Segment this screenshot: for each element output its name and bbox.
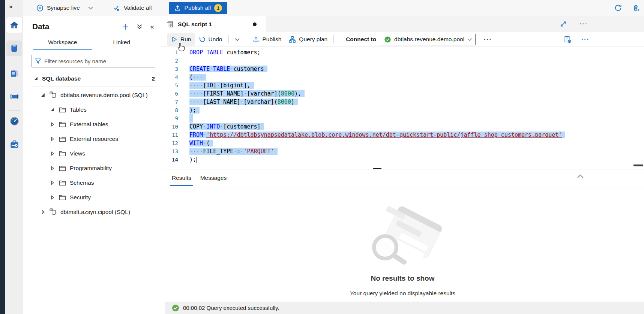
environment-selector[interactable]: Synapse live (36, 4, 93, 12)
tab-more-icon[interactable]: ··· (579, 21, 588, 27)
left-edge-strip (0, 0, 5, 314)
no-results-illustration (356, 203, 450, 271)
expand-all-icon[interactable] (137, 24, 143, 30)
expand-rail-button[interactable]: » (9, 3, 12, 10)
refresh-icon[interactable] (614, 4, 622, 12)
line-number: 10 (161, 123, 189, 131)
sidebar-item-home[interactable] (6, 17, 22, 33)
line-number: 5 (161, 81, 189, 90)
tree-item-label: External tables (70, 121, 108, 128)
expand-arrow-icon[interactable] (50, 122, 55, 127)
tree-item-security[interactable]: Security (23, 190, 161, 205)
code-line-14[interactable]: 14); (161, 156, 644, 164)
expand-arrow-icon[interactable] (50, 151, 55, 156)
results-empty-state: No results to show Your query yielded no… (161, 187, 644, 302)
code-line-5[interactable]: 5····[ID]·[bigint], (161, 81, 644, 90)
tree-item-label: dbtlabs.revenue.demo.pool (SQL) (60, 92, 148, 99)
tree-item-label: Tables (70, 106, 87, 113)
code-area: 1DROP TABLE customers;23CREATE·TABLE·cus… (161, 47, 644, 164)
properties-icon[interactable] (564, 36, 572, 43)
query-plan-button[interactable]: Query plan (285, 33, 331, 46)
expand-arrow-icon[interactable] (50, 195, 55, 200)
validate-all-button[interactable]: Validate all (113, 4, 152, 12)
collapse-arrow-icon[interactable] (50, 108, 55, 112)
tree-item-tables[interactable]: Tables (23, 102, 161, 117)
expand-arrow-icon[interactable] (40, 210, 45, 214)
add-icon[interactable] (122, 23, 129, 30)
tree-item-programmability[interactable]: Programmability (23, 161, 161, 175)
code-line-10[interactable]: 10COPY·INTO·[customers] (161, 123, 644, 131)
publish-count-badge: 1 (214, 4, 222, 12)
database-icon (9, 43, 19, 53)
expand-arrow-icon[interactable] (50, 166, 55, 170)
publish-all-button[interactable]: Publish all 1 (169, 2, 227, 14)
toolbox-icon (9, 139, 20, 150)
tree-item-external-resources[interactable]: External resources (23, 132, 161, 146)
tab-results[interactable]: Results (170, 170, 193, 186)
sidebar-item-manage[interactable] (6, 136, 22, 152)
delete-icon[interactable] (632, 4, 640, 12)
collapse-arrow-icon[interactable] (33, 76, 38, 81)
line-content: ); (189, 106, 200, 114)
panel-title: Data (32, 22, 50, 31)
folder-icon (59, 151, 66, 157)
code-line-4[interactable]: 4(··· (161, 73, 644, 81)
tab-messages[interactable]: Messages (199, 170, 228, 186)
document-tab-bar: SQL script 1 ··· (161, 16, 644, 32)
expand-arrow-icon[interactable] (50, 137, 55, 141)
code-line-8[interactable]: 8); (161, 106, 644, 114)
folder-icon (59, 121, 66, 127)
line-number: 1 (161, 48, 189, 57)
tab-workspace[interactable]: Workspace (33, 36, 92, 50)
filter-input-box (32, 55, 155, 67)
sidebar-item-monitor[interactable] (6, 113, 22, 129)
expand-editor-icon[interactable] (560, 21, 567, 27)
tree-item-external-tables[interactable]: External tables (23, 117, 161, 132)
tree-item-views[interactable]: Views (23, 146, 161, 161)
tree-item-label: Views (70, 150, 85, 157)
line-content: DROP TABLE customers; (189, 48, 261, 57)
code-line-12[interactable]: 12WITH·( (161, 139, 644, 147)
pool-selector-dropdown[interactable]: dbtlabs.revenue.demo.pool (381, 34, 476, 45)
sidebar-item-develop[interactable] (6, 65, 22, 81)
run-button[interactable]: Run (167, 33, 195, 46)
publish-button[interactable]: Publish (249, 33, 285, 46)
tree-item-label: External resources (70, 136, 118, 142)
editor-main-area: SQL script 1 ··· Run Undo (161, 16, 644, 314)
text-caret (197, 157, 197, 163)
tree-item-dbtlabs-revenue-demo-pool-sql[interactable]: dbtlabs.revenue.demo.pool (SQL) (23, 88, 161, 102)
environment-label: Synapse live (47, 4, 80, 11)
collapse-results-icon[interactable] (577, 174, 584, 179)
chevron-down-icon (88, 6, 93, 10)
code-line-3[interactable]: 3CREATE·TABLE·customers (161, 65, 644, 73)
code-line-13[interactable]: 13····FILE_TYPE·=·'PARQUET' (161, 147, 644, 156)
filter-resources-input[interactable] (44, 58, 152, 64)
code-line-1[interactable]: 1DROP TABLE customers; (161, 48, 644, 57)
code-line-2[interactable]: 2 (161, 57, 644, 65)
undo-button[interactable]: Undo (195, 33, 226, 46)
tree-item-dbtmsft-azsyn-cipool-sql[interactable]: dbtmsft.azsyn.cipool (SQL) (23, 205, 161, 219)
collapse-arrow-icon[interactable] (40, 93, 45, 97)
code-line-7[interactable]: 7····[LAST_NAME]·[varchar](8000) (161, 98, 644, 106)
sql-code-editor[interactable]: 1DROP TABLE customers;23CREATE·TABLE·cus… (161, 47, 644, 169)
scrollbar-thumb[interactable] (633, 164, 643, 166)
sidebar-item-integrate[interactable] (6, 88, 22, 104)
editor-more-icon[interactable]: ··· (581, 36, 590, 43)
code-line-6[interactable]: 6····[FIRST_NAME]·[varchar](8000), (161, 90, 644, 98)
home-icon (9, 20, 19, 30)
tab-sql-script-1[interactable]: SQL script 1 (161, 16, 266, 32)
run-options-chevron[interactable] (231, 33, 243, 46)
collapse-panel-icon[interactable]: « (150, 22, 154, 31)
tree-item-label: Schemas (70, 179, 94, 186)
code-line-11[interactable]: 11FROM·'https://dbtlabsynapsedatalake.bl… (161, 131, 644, 139)
toolbar-more-icon[interactable]: ··· (484, 36, 492, 43)
tab-linked[interactable]: Linked (92, 36, 152, 50)
tree-item-schemas[interactable]: Schemas (23, 175, 161, 190)
code-line-9[interactable]: 9 (161, 114, 644, 123)
expand-arrow-icon[interactable] (50, 181, 55, 185)
sidebar-item-data[interactable] (6, 40, 22, 56)
empty-state-title: No results to show (371, 274, 435, 283)
tree-item-sql-database[interactable]: SQL database2 (23, 71, 161, 86)
line-number: 7 (161, 98, 189, 106)
pool-status-icon (384, 36, 391, 43)
